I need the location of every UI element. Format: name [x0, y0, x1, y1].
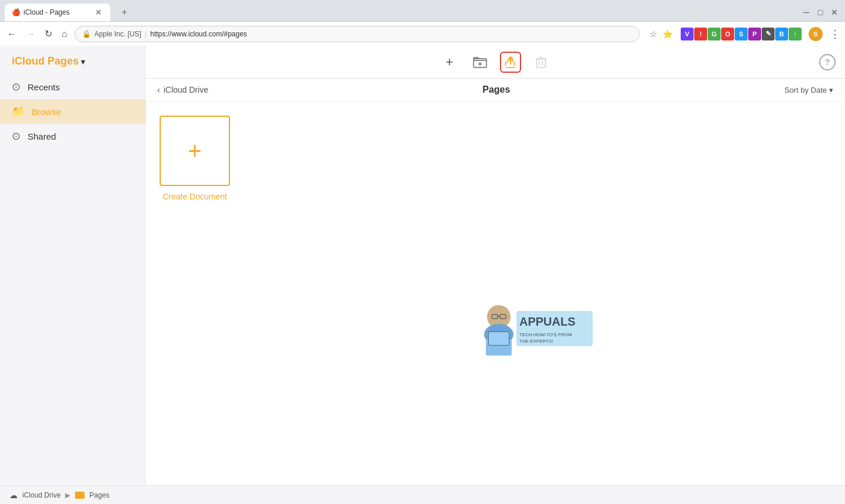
- breadcrumb-back-label[interactable]: iCloud Drive: [164, 85, 208, 94]
- breadcrumb-bar: ‹ iCloud Drive Pages Sort by Date ▾: [146, 79, 845, 102]
- ext-5-icon[interactable]: S: [735, 28, 748, 40]
- status-folder-label: Pages: [89, 491, 109, 499]
- breadcrumb[interactable]: ‹ iCloud Drive: [157, 85, 208, 94]
- close-button[interactable]: ✕: [829, 6, 840, 18]
- document-area: + Create Document: [146, 102, 845, 485]
- svg-rect-8: [492, 314, 498, 319]
- profile-button[interactable]: S: [809, 27, 823, 41]
- sidebar-item-browse[interactable]: 📁 Browse: [0, 99, 145, 124]
- svg-text:APPUALS: APPUALS: [519, 315, 576, 328]
- restore-button[interactable]: □: [814, 6, 826, 18]
- recents-icon: ⊙: [12, 80, 21, 93]
- browser-tab[interactable]: 🍎 iCloud - Pages ✕: [5, 4, 110, 21]
- status-folder-icon: [75, 492, 84, 499]
- ext-4-icon[interactable]: O: [721, 28, 734, 40]
- status-cloud-icon: ☁: [9, 491, 18, 500]
- sidebar-item-browse-label: Browse: [32, 107, 61, 117]
- new-tab-icon: +: [121, 7, 127, 18]
- add-icon: +: [446, 55, 454, 70]
- create-doc-box: +: [160, 116, 230, 186]
- company-label: Apple Inc. [US]: [94, 30, 141, 38]
- home-button[interactable]: ⌂: [59, 26, 70, 42]
- pages-text: Pages: [48, 55, 79, 67]
- ext-8-icon[interactable]: B: [775, 28, 788, 40]
- ext-6-icon[interactable]: P: [748, 28, 761, 40]
- sidebar-item-shared[interactable]: ⊙ Shared: [0, 124, 145, 148]
- svg-text:TECH HOW-TO'S FROM: TECH HOW-TO'S FROM: [519, 332, 572, 337]
- status-cloud-label: iCloud Drive: [22, 491, 60, 499]
- bookmark-icon[interactable]: ⭐: [661, 28, 674, 40]
- address-bar: ← → ↻ ⌂ 🔒 Apple Inc. [US] | https://www.…: [0, 21, 845, 46]
- minimize-button[interactable]: ─: [800, 6, 812, 18]
- watermark-svg: APPUALS TECH HOW-TO'S FROM THE EXPERTS!: [469, 299, 599, 358]
- sort-arrow-icon: ▾: [829, 86, 833, 94]
- sidebar-item-recents[interactable]: ⊙ Recents: [0, 75, 145, 99]
- tab-label: iCloud - Pages: [23, 8, 90, 16]
- browse-icon: 📁: [12, 105, 25, 118]
- back-button[interactable]: ←: [5, 26, 19, 42]
- bookmark-star-icon[interactable]: ☆: [647, 28, 660, 40]
- svg-rect-13: [489, 332, 509, 345]
- url-bar[interactable]: 🔒 Apple Inc. [US] | https://www.icloud.c…: [75, 26, 640, 42]
- sidebar-item-recents-label: Recents: [28, 82, 60, 92]
- app-logo: iCloud Pages ▾: [12, 55, 133, 67]
- main-content: +: [146, 46, 845, 485]
- add-document-button[interactable]: +: [439, 52, 460, 73]
- trash-icon: [535, 56, 547, 69]
- toolbar-center: +: [439, 52, 552, 73]
- svg-rect-12: [488, 332, 509, 346]
- ext-7-icon[interactable]: ✎: [762, 28, 775, 40]
- lock-icon: 🔒: [82, 30, 91, 38]
- svg-rect-14: [516, 311, 593, 346]
- status-bar: ☁ iCloud Drive ▶ Pages: [0, 485, 845, 504]
- ext-2-icon[interactable]: !: [694, 28, 707, 40]
- upload-icon: [503, 56, 518, 69]
- sort-button[interactable]: Sort by Date ▾: [785, 86, 833, 94]
- sidebar-nav: ⊙ Recents 📁 Browse ⊙ Shared: [0, 75, 145, 148]
- browser-menu-button[interactable]: ⋮: [830, 28, 840, 40]
- browser-toolbar: ☆ ⭐: [647, 28, 674, 40]
- new-folder-icon: [473, 56, 487, 68]
- url-text: https://www.icloud.com/#pages: [150, 30, 247, 38]
- sidebar: iCloud Pages ▾ ⊙ Recents 📁 Browse ⊙ Shar…: [0, 46, 146, 485]
- forward-button[interactable]: →: [23, 26, 38, 42]
- svg-rect-9: [500, 314, 506, 319]
- dropdown-arrow[interactable]: ▾: [79, 57, 85, 66]
- extensions-area: V ! G O S P ✎ B ↑: [681, 28, 802, 40]
- ext-1-icon[interactable]: V: [681, 28, 694, 40]
- watermark: APPUALS TECH HOW-TO'S FROM THE EXPERTS!: [469, 299, 599, 358]
- breadcrumb-back-arrow: ‹: [157, 85, 160, 94]
- create-doc-plus-icon: +: [188, 139, 201, 163]
- new-tab-button[interactable]: +: [113, 4, 136, 21]
- svg-text:THE EXPERTS!: THE EXPERTS!: [519, 339, 553, 344]
- window-controls: ─ □ ✕: [800, 6, 840, 18]
- svg-point-6: [487, 305, 511, 329]
- tab-favicon: 🍎: [12, 8, 20, 16]
- create-document-button[interactable]: + Create Document: [160, 116, 230, 201]
- shared-icon: ⊙: [12, 130, 21, 143]
- ext-9-icon[interactable]: ↑: [789, 28, 802, 40]
- app-header: iCloud Pages ▾: [0, 46, 145, 75]
- breadcrumb-current: Pages: [482, 84, 510, 95]
- svg-rect-2: [537, 59, 546, 67]
- sort-label: Sort by Date: [785, 86, 827, 94]
- status-arrow-icon: ▶: [65, 491, 70, 499]
- svg-rect-11: [486, 339, 512, 356]
- svg-point-7: [484, 324, 513, 345]
- create-doc-label: Create Document: [163, 192, 227, 201]
- tab-close-button[interactable]: ✕: [94, 6, 103, 18]
- sidebar-item-shared-label: Shared: [28, 131, 56, 141]
- help-button[interactable]: ?: [819, 54, 836, 70]
- reload-button[interactable]: ↻: [42, 26, 55, 42]
- delete-button[interactable]: [530, 52, 552, 73]
- ext-3-icon[interactable]: G: [708, 28, 721, 40]
- main-toolbar: +: [146, 46, 845, 79]
- icloud-text: iCloud: [12, 55, 48, 67]
- new-folder-button[interactable]: [469, 52, 491, 73]
- upload-button[interactable]: [500, 52, 521, 73]
